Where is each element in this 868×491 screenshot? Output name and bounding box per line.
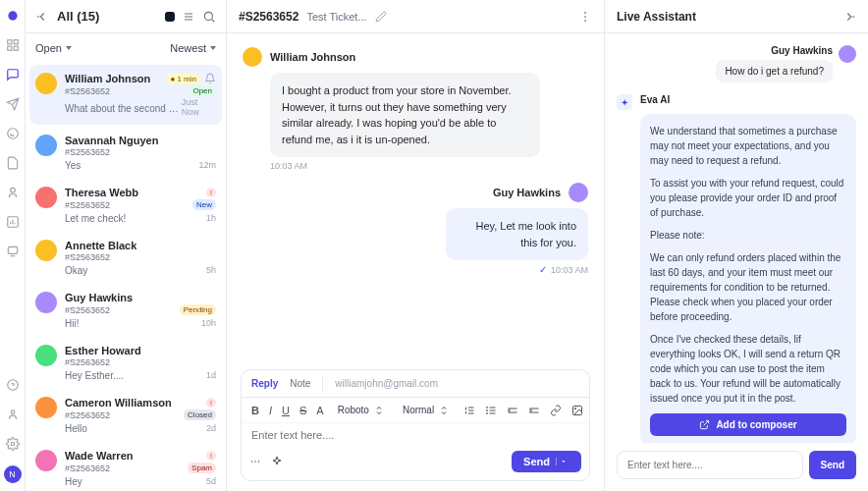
list-header: All (15) bbox=[26, 0, 226, 33]
list-title: All (15) bbox=[57, 9, 157, 24]
avatar bbox=[35, 135, 57, 156]
device-icon[interactable] bbox=[5, 244, 21, 259]
send-icon[interactable] bbox=[5, 96, 21, 112]
assistant-body: Guy Hawkins How do i get a refund? ✦ Eva… bbox=[605, 33, 868, 443]
search-icon[interactable] bbox=[202, 10, 216, 24]
ai-icon: ✦ bbox=[617, 94, 632, 110]
tab-note[interactable]: Note bbox=[290, 378, 310, 389]
conversation-item[interactable]: Guy Hawkins #S2563652Pending Hii!10h bbox=[26, 284, 226, 337]
whatsapp-icon[interactable] bbox=[5, 126, 21, 141]
tab-reply[interactable]: Reply bbox=[251, 378, 278, 389]
avatar bbox=[35, 292, 57, 313]
indent-icon[interactable] bbox=[528, 405, 540, 416]
user-bubble: How do i get a refund? bbox=[716, 60, 833, 82]
user-avatar[interactable]: N bbox=[4, 465, 22, 483]
inbox-icon[interactable] bbox=[5, 67, 21, 82]
chat-header: #S2563652 Test Ticket... bbox=[227, 0, 604, 33]
ai-icon[interactable] bbox=[271, 456, 283, 467]
svg-point-21 bbox=[251, 461, 253, 463]
outdent-icon[interactable] bbox=[507, 405, 518, 416]
svg-point-0 bbox=[8, 11, 17, 20]
agent-message: Guy Hawkins Hey, Let me look into this f… bbox=[406, 183, 588, 287]
sort-filter[interactable]: Newest bbox=[170, 42, 216, 54]
svg-point-23 bbox=[258, 461, 260, 463]
svg-point-17 bbox=[487, 409, 488, 410]
kebab-icon[interactable] bbox=[578, 10, 592, 24]
ol-icon[interactable] bbox=[463, 405, 475, 416]
conversation-item[interactable]: William Johnson● 1 min #S2563652Open Wha… bbox=[29, 65, 222, 125]
contacts-icon[interactable] bbox=[5, 185, 21, 200]
message-time: 10:03 AM bbox=[270, 161, 588, 171]
svg-point-20 bbox=[574, 408, 576, 409]
help-icon[interactable] bbox=[5, 377, 21, 393]
conversation-item[interactable]: Esther Howard #S2563652 Hey Esther....1d bbox=[26, 337, 226, 389]
nav-rail: N bbox=[0, 0, 26, 491]
conversation-item[interactable]: Theresa Webb #S2563652New Let me check!1… bbox=[26, 179, 226, 232]
message-bubble: I bought a product from your store in No… bbox=[270, 73, 540, 157]
filter-row: Open Newest bbox=[26, 33, 226, 63]
ticket-name: Test Ticket... bbox=[306, 11, 366, 23]
settings-icon[interactable] bbox=[5, 436, 21, 452]
image-icon[interactable] bbox=[571, 405, 583, 416]
warn-icon bbox=[206, 451, 216, 461]
svg-point-16 bbox=[487, 407, 488, 408]
warn-icon bbox=[206, 398, 216, 408]
view-toggle-icon[interactable] bbox=[165, 12, 175, 22]
collapse-icon[interactable] bbox=[842, 10, 856, 24]
assistant-header: Live Assistant bbox=[605, 0, 868, 33]
strike-icon[interactable]: S bbox=[299, 405, 306, 416]
logo-icon[interactable] bbox=[5, 8, 21, 24]
avatar bbox=[35, 450, 57, 471]
font-family-select[interactable]: Roboto bbox=[334, 404, 389, 417]
more-icon[interactable] bbox=[249, 456, 261, 467]
conversation-item[interactable]: Wade Warren #S2563652Spam Hey5d bbox=[26, 442, 226, 491]
back-icon[interactable] bbox=[35, 10, 49, 24]
svg-point-18 bbox=[487, 412, 488, 413]
avatar bbox=[569, 183, 588, 202]
svg-point-12 bbox=[204, 12, 212, 20]
svg-rect-2 bbox=[14, 40, 18, 44]
send-dropdown-icon bbox=[556, 458, 570, 465]
svg-rect-8 bbox=[8, 246, 17, 253]
message-time: ✓10:03 AM bbox=[406, 264, 588, 275]
text-style-icon[interactable]: A bbox=[316, 405, 323, 416]
font-size-select[interactable]: Normal bbox=[399, 404, 454, 417]
customer-message: William Johnson I bought a product from … bbox=[243, 47, 588, 183]
svg-rect-4 bbox=[14, 46, 18, 50]
list-view-icon[interactable] bbox=[183, 11, 194, 23]
message-input[interactable] bbox=[251, 429, 579, 441]
svg-point-22 bbox=[254, 461, 256, 463]
send-button[interactable]: Send bbox=[512, 451, 581, 472]
bold-icon[interactable]: B bbox=[251, 405, 259, 416]
link-icon[interactable] bbox=[550, 405, 562, 416]
avatar bbox=[35, 345, 57, 366]
svg-point-13 bbox=[584, 12, 586, 14]
conversation-item[interactable]: Savannah Nguyen #S2563652 Yes12m bbox=[26, 127, 226, 179]
underline-icon[interactable]: U bbox=[282, 405, 290, 416]
assistant-send-button[interactable]: Send bbox=[809, 451, 856, 479]
svg-rect-3 bbox=[7, 46, 11, 50]
edit-icon[interactable] bbox=[375, 11, 387, 23]
user-message: Guy Hawkins How do i get a refund? bbox=[716, 45, 856, 82]
profile-icon[interactable] bbox=[5, 407, 21, 422]
svg-point-10 bbox=[11, 410, 15, 414]
message-bubble: Hey, Let me look into this for you. bbox=[446, 208, 588, 260]
composer: Reply Note williamjohn@gmail.com B I U S… bbox=[241, 369, 590, 481]
add-to-composer-button[interactable]: Add to composer bbox=[650, 413, 846, 436]
italic-icon[interactable]: I bbox=[269, 405, 272, 416]
doc-icon[interactable] bbox=[5, 155, 21, 171]
recipient-email: williamjohn@gmail.com bbox=[335, 378, 438, 389]
ai-bubble: We understand that sometimes a purchase … bbox=[640, 114, 856, 443]
avatar bbox=[35, 187, 57, 208]
chart-icon[interactable] bbox=[5, 214, 21, 230]
ticket-id: #S2563652 bbox=[239, 10, 298, 24]
dashboard-icon[interactable] bbox=[5, 37, 21, 53]
conversation-item[interactable]: Cameron Williamson #S2563652Closed Hello… bbox=[26, 389, 226, 442]
conversation-panel: All (15) Open Newest William Johnson● 1 … bbox=[26, 0, 227, 491]
conversation-item[interactable]: Annette Black #S2563652 Okay5h bbox=[26, 232, 226, 284]
status-filter[interactable]: Open bbox=[35, 42, 72, 54]
assistant-input[interactable] bbox=[617, 451, 803, 479]
ul-icon[interactable] bbox=[485, 405, 497, 416]
message-thread: William Johnson I bought a product from … bbox=[227, 33, 604, 363]
avatar bbox=[839, 45, 856, 63]
